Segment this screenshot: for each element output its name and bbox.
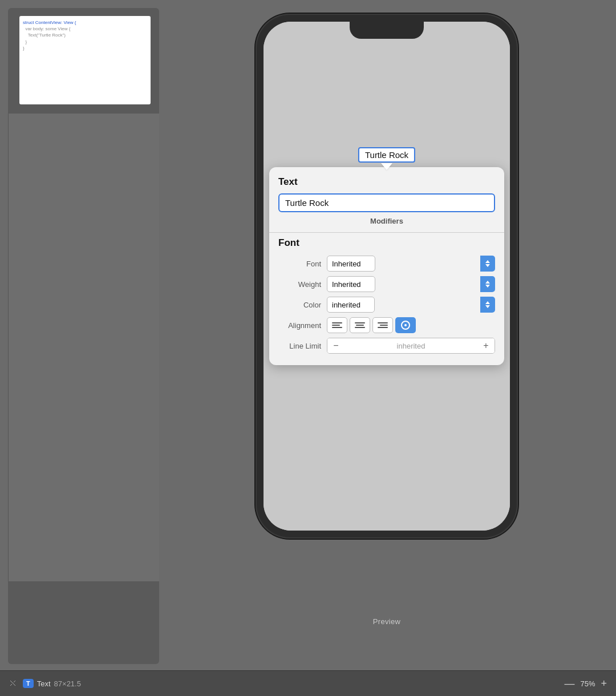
modifiers-label: Modifiers — [278, 217, 495, 225]
zoom-out-button[interactable]: — — [564, 678, 574, 690]
toolbar-right: — 75% + — [564, 678, 607, 690]
align-center-button[interactable] — [350, 317, 370, 333]
font-stepper-down-icon — [485, 264, 490, 267]
bottom-toolbar: ⛌ T Text 87×21.5 — 75% + — [0, 670, 616, 696]
preview-area: Turtle Rock Text Modifiers Font Font — [165, 8, 608, 665]
text-input[interactable] — [278, 193, 495, 212]
font-label: Font — [278, 260, 327, 268]
line-limit-minus-button[interactable]: − — [327, 338, 345, 353]
code-preview-text: struct ContentView: View { var body: som… — [23, 19, 147, 51]
element-label: Text — [37, 679, 51, 688]
align-justified-button[interactable] — [395, 317, 416, 333]
weight-stepper[interactable] — [480, 276, 495, 292]
popover-arrow — [381, 163, 392, 170]
iphone-notch — [350, 22, 424, 39]
line-limit-value: inherited — [345, 342, 477, 350]
zoom-in-button[interactable]: + — [601, 678, 607, 690]
code-thumbnail: struct ContentView: View { var body: som… — [19, 16, 151, 104]
pin-icon: ⛌ — [9, 678, 18, 689]
font-stepper[interactable] — [480, 256, 495, 272]
font-stepper-up-icon — [485, 260, 490, 263]
weight-label: Weight — [278, 280, 327, 289]
phone-content: Turtle Rock Text Modifiers Font Font — [264, 22, 510, 531]
align-center-icon — [355, 322, 365, 328]
text-section-title: Text — [278, 176, 495, 188]
weight-stepper-down-icon — [485, 285, 490, 288]
color-stepper-up-icon — [485, 301, 490, 304]
dimensions-label: 87×21.5 — [54, 679, 81, 688]
weight-row: Weight Inherited — [278, 276, 495, 292]
weight-select[interactable]: Inherited — [327, 276, 375, 292]
font-row: Font Inherited — [278, 256, 495, 272]
preview-label: Preview — [373, 617, 400, 626]
align-right-button[interactable] — [372, 317, 393, 333]
iphone-screen: Turtle Rock Text Modifiers Font Font — [264, 22, 510, 531]
line-limit-plus-button[interactable]: + — [477, 338, 495, 353]
font-select-wrapper: Inherited — [327, 256, 495, 272]
alignment-row: Alignment — [278, 317, 495, 333]
color-label: Color — [278, 301, 327, 309]
section-divider — [269, 232, 504, 233]
weight-stepper-up-icon — [485, 281, 490, 284]
color-stepper-down-icon — [485, 305, 490, 308]
align-justified-icon — [401, 321, 410, 330]
line-limit-row: Line Limit − inherited + — [278, 338, 495, 354]
color-select-wrapper: inherited — [327, 297, 495, 313]
align-left-icon — [332, 322, 342, 328]
color-stepper[interactable] — [480, 297, 495, 313]
line-limit-label: Line Limit — [278, 342, 327, 350]
text-badge: T — [23, 679, 34, 688]
weight-select-wrapper: Inherited — [327, 276, 495, 292]
zoom-level: 75% — [580, 679, 595, 688]
file-navigator-panel — [8, 114, 159, 581]
popover-element-label: Turtle Rock — [358, 147, 415, 163]
left-panel: struct ContentView: View { var body: som… — [8, 8, 159, 664]
font-section-title: Font — [278, 237, 495, 249]
align-left-button[interactable] — [327, 317, 347, 333]
color-select[interactable]: inherited — [327, 297, 375, 313]
align-right-icon — [378, 322, 388, 328]
popover-panel[interactable]: Text Modifiers Font Font Inherited — [269, 167, 504, 365]
color-row: Color inherited — [278, 297, 495, 313]
alignment-label: Alignment — [278, 321, 327, 330]
alignment-buttons — [327, 317, 416, 333]
font-select[interactable]: Inherited — [327, 256, 375, 272]
iphone-frame: Turtle Rock Text Modifiers Font Font — [256, 14, 518, 539]
line-limit-control: − inherited + — [327, 338, 495, 354]
